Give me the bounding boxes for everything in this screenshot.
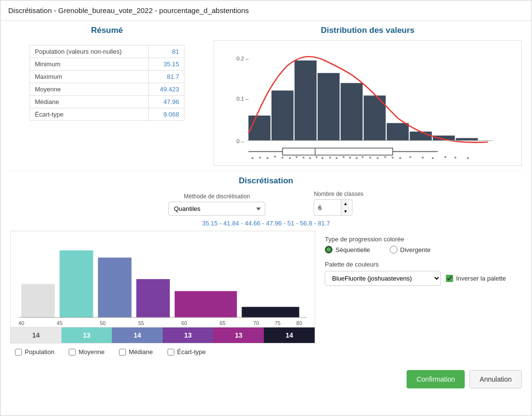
bar-chart-container: 40 45 50 55 60 65 70 75 80 bbox=[10, 231, 315, 327]
distribution-chart: 0.2 – 0.1 – 0 – bbox=[213, 40, 522, 166]
svg-point-44 bbox=[455, 157, 456, 159]
discretisation-section: Discrétisation Méthode de discrétisation… bbox=[10, 171, 522, 356]
radio-sequentielle[interactable]: Séquentielle bbox=[325, 246, 370, 253]
svg-point-19 bbox=[259, 157, 261, 159]
svg-rect-58 bbox=[60, 251, 93, 318]
title-bar: Discrétisation - Grenoble_bureau_vote_20… bbox=[0, 0, 532, 21]
svg-point-24 bbox=[295, 156, 297, 158]
stat-value: 35.15 bbox=[148, 58, 184, 71]
svg-rect-61 bbox=[175, 291, 237, 317]
stat-label: Moyenne bbox=[30, 83, 149, 96]
svg-text:0.1 –: 0.1 – bbox=[236, 96, 249, 102]
nb-classes-input-wrapper: ▲ ▼ bbox=[314, 199, 352, 216]
svg-text:50: 50 bbox=[100, 320, 106, 326]
svg-rect-62 bbox=[242, 307, 299, 317]
stats-row: Médiane47.96 bbox=[30, 96, 184, 108]
svg-rect-14 bbox=[283, 148, 393, 155]
svg-point-30 bbox=[335, 157, 337, 159]
discretisation-title: Discrétisation bbox=[10, 176, 522, 186]
radio-div-input[interactable] bbox=[390, 246, 397, 253]
svg-point-42 bbox=[432, 157, 434, 159]
svg-point-31 bbox=[343, 156, 345, 158]
svg-point-18 bbox=[251, 157, 253, 159]
svg-rect-5 bbox=[294, 60, 317, 141]
svg-rect-4 bbox=[272, 90, 294, 140]
nb-classes-down[interactable]: ▼ bbox=[341, 208, 350, 215]
stats-row: Moyenne49.423 bbox=[30, 83, 184, 96]
svg-point-21 bbox=[274, 156, 276, 158]
checkbox-item[interactable]: Médiane bbox=[119, 348, 153, 356]
svg-rect-6 bbox=[318, 73, 340, 141]
svg-point-33 bbox=[356, 157, 358, 159]
svg-rect-3 bbox=[248, 116, 271, 141]
radio-divergente[interactable]: Divergente bbox=[390, 246, 431, 253]
nb-classes-input[interactable] bbox=[314, 201, 341, 214]
svg-text:0.2 –: 0.2 – bbox=[236, 56, 249, 61]
svg-point-29 bbox=[329, 157, 331, 159]
svg-point-20 bbox=[266, 157, 268, 159]
distribution-section: Distribution des valeurs 0.2 – 0.1 – 0 – bbox=[213, 26, 522, 166]
svg-text:45: 45 bbox=[57, 320, 62, 326]
svg-rect-60 bbox=[137, 279, 170, 317]
svg-text:55: 55 bbox=[138, 320, 144, 326]
palette-select[interactable]: BlueFluorite (joshuastevens) Viridis Pla… bbox=[325, 271, 441, 286]
checkbox-input[interactable] bbox=[15, 349, 22, 356]
confirm-button[interactable]: Confirmation bbox=[407, 370, 464, 388]
stat-label: Écart-type bbox=[30, 108, 149, 121]
class-count-cell: 13 bbox=[163, 327, 213, 343]
svg-text:80: 80 bbox=[296, 320, 302, 326]
stats-row: Minimum35.15 bbox=[30, 58, 184, 71]
svg-point-41 bbox=[422, 157, 424, 159]
svg-point-22 bbox=[282, 157, 284, 159]
svg-point-34 bbox=[362, 156, 364, 158]
cancel-button[interactable]: Annulation bbox=[470, 370, 522, 388]
resume-title: Résumé bbox=[10, 26, 204, 35]
checkbox-label: Moyenne bbox=[78, 348, 104, 356]
class-count-cell: 13 bbox=[61, 327, 112, 343]
class-counts: 141314131314 bbox=[10, 327, 315, 343]
checkbox-input[interactable] bbox=[119, 349, 126, 356]
stats-row: Maximum81.7 bbox=[30, 71, 184, 83]
invert-checkbox[interactable] bbox=[446, 275, 453, 282]
method-label: Méthode de discrétisation bbox=[168, 193, 265, 200]
nb-classes-label: Nombre de classes bbox=[314, 191, 364, 197]
palette-label: Palette de couleurs bbox=[325, 261, 522, 268]
nb-classes-up[interactable]: ▲ bbox=[341, 200, 350, 208]
page-title: Discrétisation - Grenoble_bureau_vote_20… bbox=[8, 6, 249, 15]
svg-point-38 bbox=[392, 157, 394, 159]
distribution-title: Distribution des valeurs bbox=[213, 26, 522, 35]
svg-point-25 bbox=[303, 157, 304, 159]
svg-text:0 –: 0 – bbox=[236, 138, 244, 144]
checkbox-item[interactable]: Population bbox=[15, 348, 54, 356]
stat-label: Minimum bbox=[30, 58, 149, 71]
checkbox-input[interactable] bbox=[69, 349, 76, 356]
nb-classes-spinners: ▲ ▼ bbox=[341, 200, 350, 215]
svg-point-32 bbox=[349, 157, 351, 159]
checkboxes-row: PopulationMoyenneMédianeÉcart-type bbox=[10, 348, 315, 356]
palette-group: Palette de couleurs BlueFluorite (joshua… bbox=[325, 261, 522, 286]
svg-point-27 bbox=[316, 156, 318, 158]
class-count-cell: 14 bbox=[112, 327, 163, 343]
svg-rect-7 bbox=[341, 83, 363, 141]
svg-point-35 bbox=[369, 157, 371, 159]
bar-chart-area: 40 45 50 55 60 65 70 75 80 141314131314 … bbox=[10, 231, 315, 356]
stat-label: Population (valeurs non-nulles) bbox=[30, 45, 149, 58]
svg-point-36 bbox=[377, 157, 379, 159]
nb-classes-group: Nombre de classes ▲ ▼ bbox=[314, 191, 364, 216]
radio-seq-input[interactable] bbox=[325, 246, 333, 253]
radio-div-label: Divergente bbox=[400, 246, 431, 253]
bar-chart-svg: 40 45 50 55 60 65 70 75 80 bbox=[11, 231, 315, 327]
checkbox-item[interactable]: Moyenne bbox=[69, 348, 104, 356]
checkbox-item[interactable]: Écart-type bbox=[167, 348, 206, 356]
method-group: Méthode de discrétisation Quantiles Jenk… bbox=[168, 193, 265, 216]
class-count-cell: 14 bbox=[264, 327, 315, 343]
method-select[interactable]: Quantiles Jenks Equal interval Standard … bbox=[168, 202, 265, 216]
invert-label[interactable]: Inverser la palette bbox=[446, 275, 506, 282]
svg-rect-57 bbox=[21, 284, 55, 317]
stat-value: 47.96 bbox=[148, 96, 184, 108]
right-panel: Type de progression colorée Séquentielle… bbox=[325, 231, 522, 293]
svg-point-45 bbox=[467, 157, 469, 159]
resume-section: Résumé Population (valeurs non-nulles)81… bbox=[10, 26, 204, 166]
svg-rect-9 bbox=[387, 123, 409, 140]
checkbox-input[interactable] bbox=[167, 349, 174, 356]
